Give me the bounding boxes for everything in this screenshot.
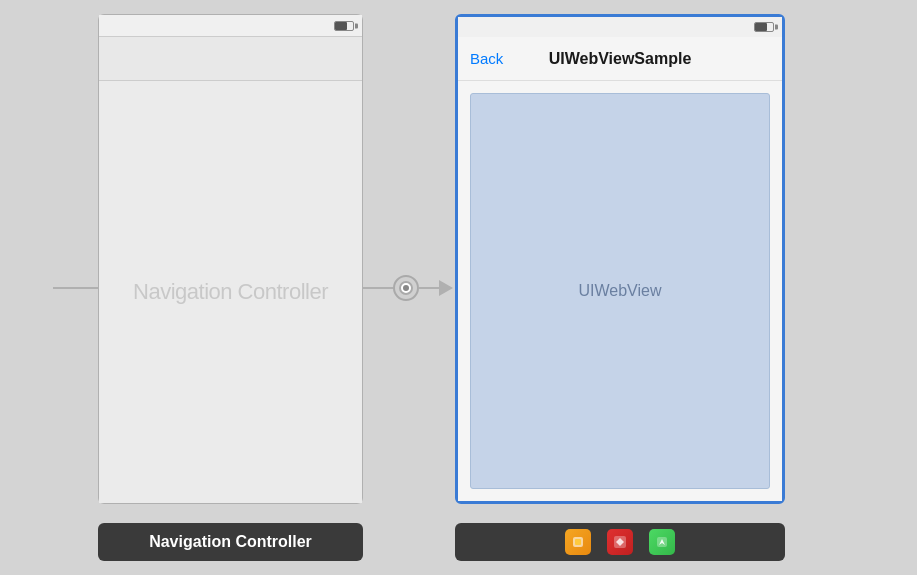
webview-label: UIWebView: [579, 282, 662, 300]
nav-controller-badge: Navigation Controller: [98, 523, 363, 561]
connector-line-right: [419, 287, 439, 289]
content-right: UIWebView: [458, 81, 782, 501]
connector-inner: [399, 281, 413, 295]
battery-icon-right: [754, 22, 774, 32]
webview-phone[interactable]: Back UIWebViewSample UIWebView: [455, 14, 785, 504]
connector-dot: [403, 285, 409, 291]
battery-icon-left: [334, 21, 354, 31]
back-button[interactable]: Back: [470, 50, 503, 67]
right-toolbar: [455, 523, 785, 561]
status-bar-left: [99, 15, 362, 37]
nav-title: UIWebViewSample: [549, 50, 692, 68]
svg-rect-1: [575, 539, 581, 545]
nav-controller-placeholder: Navigation Controller: [133, 279, 328, 305]
nav-bar-right: Back UIWebViewSample: [458, 37, 782, 81]
segue-circle[interactable]: [393, 275, 419, 301]
storyboard-canvas: Navigation Controller Back UIWebViewSamp…: [0, 0, 917, 575]
status-bar-right: [458, 17, 782, 37]
nav-bar-left: [99, 37, 362, 81]
arrow-line: [53, 287, 98, 289]
nav-controller-phone[interactable]: Navigation Controller: [98, 14, 363, 504]
webview-box: UIWebView: [470, 93, 770, 489]
connector-line-left: [363, 287, 393, 289]
object-library-icon[interactable]: [565, 529, 591, 555]
content-area-left: Navigation Controller: [99, 81, 362, 503]
navigate-icon[interactable]: [649, 529, 675, 555]
nav-controller-badge-text: Navigation Controller: [149, 533, 312, 551]
segue-arrow-head: [439, 280, 453, 296]
scene-icon[interactable]: [607, 529, 633, 555]
segue-connector: [363, 275, 453, 301]
